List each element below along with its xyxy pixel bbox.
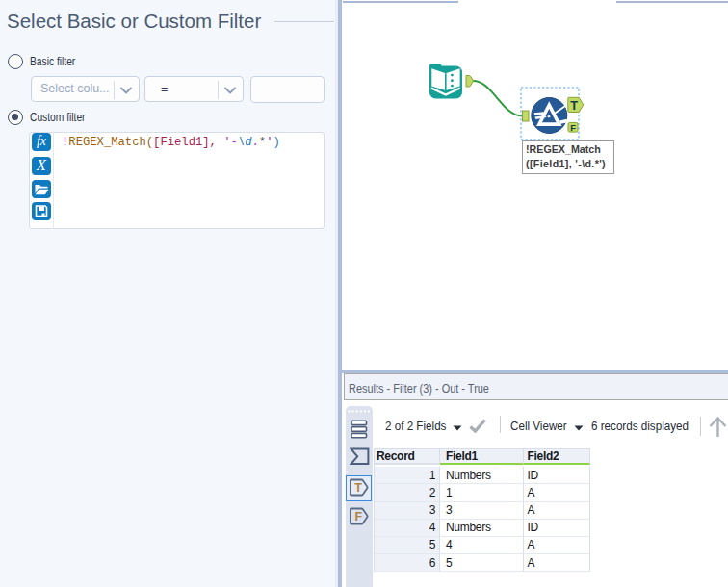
svg-text:F: F bbox=[570, 122, 576, 133]
svg-text:F: F bbox=[354, 510, 362, 523]
svg-text:T: T bbox=[570, 98, 578, 113]
svg-text:T: T bbox=[354, 481, 362, 495]
